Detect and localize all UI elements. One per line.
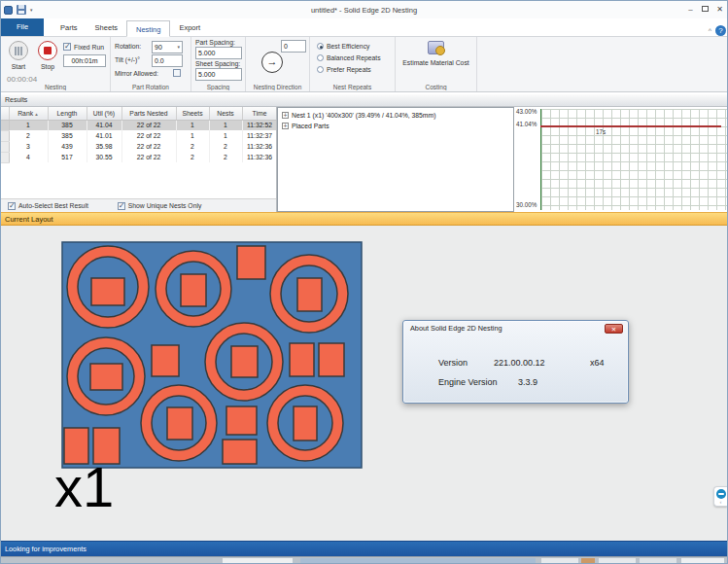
- mirror-allowed-label: Mirror Allowed:: [115, 70, 158, 77]
- rect-part[interactable]: [319, 343, 344, 376]
- window-controls: – ✕: [683, 3, 727, 17]
- stop-button-label: Stop: [34, 63, 61, 70]
- table-row[interactable]: 451730.5522 of 222211:32:36: [1, 152, 276, 162]
- close-button[interactable]: ✕: [712, 3, 727, 17]
- rect-part[interactable]: [297, 278, 322, 311]
- chart-grid: [540, 109, 727, 210]
- remote-access-badge[interactable]: ‹: [713, 486, 727, 507]
- tab-sheets[interactable]: Sheets: [87, 19, 126, 36]
- rect-part[interactable]: [231, 346, 258, 377]
- version-label: Version: [438, 358, 468, 368]
- row-handle[interactable]: [1, 152, 9, 162]
- material-cost-icon: [428, 41, 444, 54]
- radio-icon: [317, 54, 324, 61]
- restore-button[interactable]: [698, 3, 712, 17]
- expand-icon[interactable]: +: [282, 112, 289, 119]
- results-panel-header: Results: [1, 94, 727, 107]
- ribbon-group-costing: Estimate Material Cost Costing: [396, 37, 477, 91]
- column-header[interactable]: Nests: [209, 107, 242, 120]
- stop-icon: [44, 47, 52, 54]
- column-header[interactable]: Sheets: [176, 107, 209, 120]
- rotation-dropdown[interactable]: 90 ▾: [152, 41, 183, 53]
- stop-button[interactable]: [38, 41, 57, 60]
- table-cell: 2: [176, 152, 209, 162]
- table-row[interactable]: 138541.0422 of 221111:32:52: [1, 120, 276, 130]
- tree-item-nest[interactable]: + Nest 1 (x1) '400x300' (39.49% / 41.04%…: [278, 110, 513, 121]
- part-spacing-input[interactable]: 5.000: [195, 47, 242, 59]
- start-button[interactable]: [9, 41, 28, 60]
- column-header[interactable]: Length: [48, 107, 87, 120]
- table-cell: 2: [209, 141, 242, 152]
- row-handle[interactable]: [1, 130, 9, 141]
- ribbon-group-nest-repeats: Best Efficiency Balanced Repeats Prefer …: [310, 37, 396, 91]
- nest-sheet-svg[interactable]: [61, 241, 363, 469]
- help-icon[interactable]: ?: [715, 25, 726, 36]
- radio-best-efficiency[interactable]: Best Efficiency: [317, 43, 369, 50]
- fixed-run-checkbox[interactable]: Fixed Run: [63, 43, 104, 51]
- tab-file[interactable]: File: [1, 18, 44, 36]
- run-duration-input[interactable]: 00h:01m: [63, 54, 106, 67]
- radio-label: Balanced Repeats: [327, 54, 381, 61]
- table-cell: 1: [176, 130, 209, 141]
- table-cell: 11:32:36: [242, 152, 276, 162]
- table-row[interactable]: 238541.0122 of 221111:32:37: [1, 130, 276, 141]
- collapse-ribbon-icon[interactable]: ^: [709, 27, 711, 34]
- mirror-allowed-checkbox[interactable]: [173, 69, 181, 77]
- window-title: untitled* - Solid Edge 2D Nesting: [1, 6, 727, 15]
- expand-icon[interactable]: +: [282, 123, 289, 129]
- chart-time-annotation: 17s: [596, 128, 606, 135]
- restore-icon: [702, 6, 709, 12]
- rect-part[interactable]: [90, 364, 122, 390]
- rect-part[interactable]: [294, 406, 317, 441]
- rect-part[interactable]: [91, 278, 124, 305]
- minimize-button[interactable]: –: [683, 3, 698, 17]
- about-dialog-title: About Solid Edge 2D Nesting: [410, 324, 503, 333]
- rect-part[interactable]: [167, 407, 192, 440]
- column-header[interactable]: Time: [242, 107, 276, 120]
- table-cell: 22 of 22: [121, 120, 176, 130]
- rect-part[interactable]: [223, 440, 257, 464]
- results-table-wrap: Rank ▲LengthUtil (%)Parts NestedSheetsNe…: [1, 107, 276, 198]
- results-table-area: Rank ▲LengthUtil (%)Parts NestedSheetsNe…: [1, 107, 277, 212]
- tab-export[interactable]: Export: [170, 19, 209, 36]
- auto-select-checkbox[interactable]: Auto-Select Best Result: [8, 202, 88, 210]
- column-header[interactable]: Parts Nested: [121, 107, 176, 120]
- about-dialog-titlebar[interactable]: About Solid Edge 2D Nesting ✕: [403, 321, 628, 335]
- radio-prefer-repeats[interactable]: Prefer Repeats: [317, 66, 371, 73]
- direction-arrow-icon[interactable]: →: [261, 52, 283, 73]
- rect-part[interactable]: [152, 345, 179, 376]
- column-header[interactable]: Rank ▲: [9, 107, 48, 120]
- ribbon-group-nesting: Start Stop Fixed Run 00h:01m 00:00:04 Ne…: [1, 37, 111, 91]
- group-label-nest-repeats: Nest Repeats: [310, 84, 395, 90]
- rect-part[interactable]: [226, 406, 257, 435]
- rect-part[interactable]: [237, 246, 265, 279]
- estimate-material-cost-button[interactable]: Estimate Material Cost: [398, 41, 474, 66]
- direction-angle-input[interactable]: 0: [281, 40, 306, 53]
- layout-canvas: x1 About Solid Edge 2D Nesting ✕ Version…: [1, 226, 727, 541]
- radio-balanced-repeats[interactable]: Balanced Repeats: [317, 54, 381, 61]
- table-cell: 3: [9, 141, 48, 152]
- status-text: Looking for improvements: [5, 545, 87, 553]
- rect-part[interactable]: [290, 343, 314, 376]
- unique-nests-checkbox[interactable]: Show Unique Nests Only: [118, 202, 202, 210]
- row-handle[interactable]: [1, 120, 9, 130]
- tab-nesting[interactable]: Nesting: [126, 20, 170, 37]
- column-header[interactable]: Util (%): [87, 107, 121, 120]
- table-cell: 2: [209, 152, 242, 162]
- table-cell: 4: [9, 152, 48, 162]
- status-bar: Looking for improvements: [1, 541, 727, 556]
- dialog-close-button[interactable]: ✕: [605, 324, 623, 334]
- row-handle[interactable]: [1, 141, 9, 152]
- table-cell: 11:32:52: [242, 120, 276, 130]
- start-icon: [15, 47, 23, 55]
- checkbox-icon: [118, 202, 125, 210]
- table-row[interactable]: 343935.9822 of 222211:32:36: [1, 141, 276, 152]
- tab-parts[interactable]: Parts: [52, 19, 87, 36]
- radio-label: Best Efficiency: [327, 43, 369, 50]
- tree-item-placed-parts[interactable]: + Placed Parts: [278, 121, 513, 131]
- tilt-input[interactable]: 0.0: [152, 54, 183, 67]
- rect-part[interactable]: [181, 274, 206, 306]
- estimate-material-cost-label: Estimate Material Cost: [398, 59, 474, 66]
- sheet-spacing-input[interactable]: 5.000: [195, 68, 242, 81]
- teamviewer-icon: [716, 489, 726, 499]
